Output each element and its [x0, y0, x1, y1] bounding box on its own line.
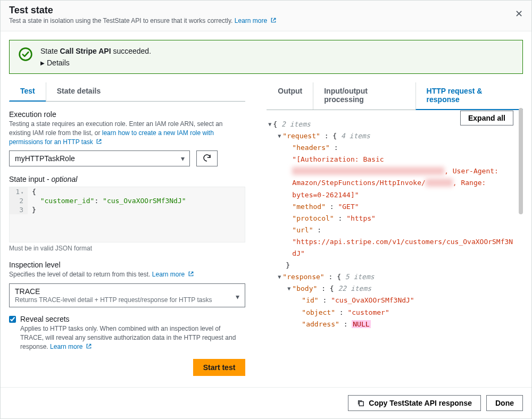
toggle-icon[interactable]: ▼ — [267, 120, 273, 129]
modal-header: Test state Test a state in isolation usi… — [1, 1, 531, 31]
execution-role-select[interactable]: myHTTPTaskRole — [9, 150, 190, 166]
toggle-icon[interactable]: ▼ — [276, 272, 282, 281]
inspection-title: Inspection level — [9, 261, 245, 269]
execution-role-desc: Testing a state requires an execution ro… — [9, 120, 245, 146]
chevron-down-icon: ▾ — [236, 292, 239, 301]
success-check-icon — [18, 47, 33, 62]
refresh-button[interactable] — [196, 150, 218, 166]
reveal-secrets-label: Reveal secrets — [20, 315, 245, 323]
external-link-icon — [96, 138, 102, 145]
alert-title: State Call Stripe API succeeded. — [40, 47, 514, 55]
state-input-title: State input - optional — [9, 175, 245, 183]
inspection-level-value: TRACE — [15, 287, 230, 296]
alert-details-toggle[interactable]: ▶ Details — [40, 58, 514, 67]
reveal-secrets-learn-more-link[interactable]: Learn more — [50, 343, 92, 350]
reveal-secrets-checkbox[interactable] — [9, 316, 16, 323]
right-tabs: Output Input/output processing HTTP requ… — [267, 82, 523, 110]
start-test-button[interactable]: Start test — [193, 359, 246, 376]
execution-role-value: myHTTPTaskRole — [15, 154, 75, 163]
expand-all-button[interactable]: Expand all — [460, 111, 513, 125]
modal-subtitle: Test a state in isolation using the Test… — [9, 17, 523, 24]
inspection-desc: Specifies the level of detail to return … — [9, 270, 245, 279]
tab-output[interactable]: Output — [267, 82, 313, 110]
toggle-icon[interactable]: ▼ — [276, 131, 282, 140]
learn-more-link[interactable]: Learn more — [235, 17, 277, 24]
tab-io-processing[interactable]: Input/output processing — [313, 82, 415, 110]
svg-rect-1 — [360, 401, 364, 406]
done-button[interactable]: Done — [486, 395, 523, 411]
external-link-icon — [86, 343, 92, 349]
inspection-learn-more-link[interactable]: Learn more — [152, 271, 194, 278]
close-button[interactable]: ✕ — [513, 6, 525, 22]
tab-http-request-response[interactable]: HTTP request & response — [415, 82, 523, 110]
tab-test[interactable]: Test — [9, 82, 46, 102]
external-link-icon — [270, 17, 277, 23]
success-alert: State Call Stripe API succeeded. ▶ Detai… — [9, 40, 523, 74]
refresh-icon — [202, 153, 212, 164]
test-state-modal: Test state Test a state in isolation usi… — [0, 0, 532, 419]
inspection-level-sub: Returns TRACE-level detail + HTTP reques… — [15, 296, 230, 304]
left-tabs: Test State details — [9, 82, 245, 102]
copy-icon — [357, 399, 364, 407]
chevron-right-icon: ▶ — [40, 60, 45, 66]
state-input-helper: Must be in valid JSON format — [9, 245, 245, 252]
close-icon: ✕ — [515, 9, 523, 19]
external-link-icon — [188, 271, 194, 277]
modal-footer: Copy TestState API response Done — [1, 387, 531, 418]
copy-response-button[interactable]: Copy TestState API response — [348, 395, 481, 411]
reveal-secrets-desc: Applies to HTTP tasks only. When combine… — [20, 324, 245, 351]
state-input-editor[interactable]: 1▾{ 2 "customer_id": "cus_OvaXOOrSMf3NdJ… — [9, 187, 245, 242]
modal-title: Test state — [9, 5, 523, 16]
json-response-viewer[interactable]: ▼{ 2 items ▼"request" : { 4 items "heade… — [267, 119, 523, 347]
execution-role-title: Execution role — [9, 110, 245, 119]
tab-state-details[interactable]: State details — [46, 82, 111, 101]
inspection-level-select[interactable]: TRACE Returns TRACE-level detail + HTTP … — [9, 283, 245, 307]
toggle-icon[interactable]: ▼ — [286, 284, 292, 293]
scrollbar[interactable] — [519, 108, 523, 214]
